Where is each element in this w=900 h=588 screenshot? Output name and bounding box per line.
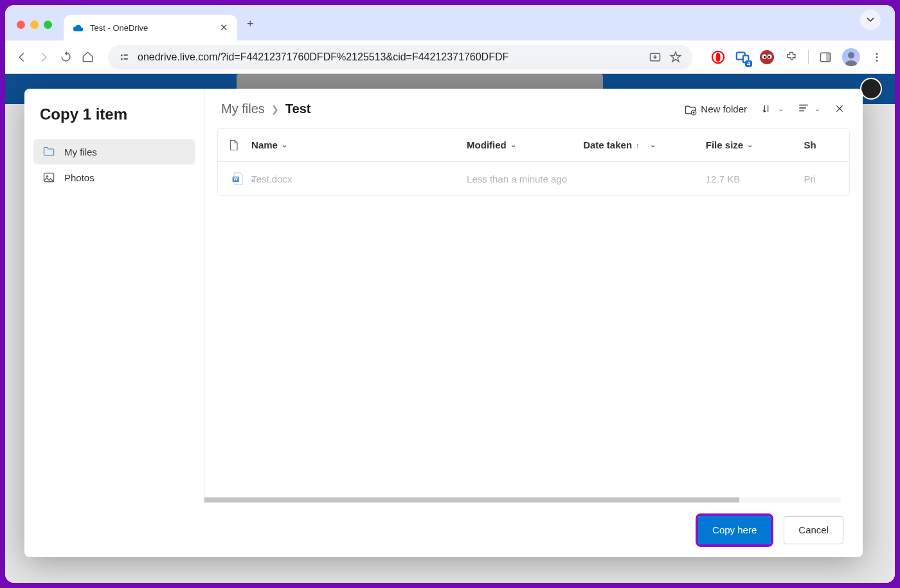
photos-icon [42, 171, 55, 184]
browser-extensions: 4 [706, 48, 885, 66]
extensions-menu-icon[interactable] [784, 49, 799, 65]
column-icon[interactable] [218, 139, 249, 152]
profile-avatar[interactable] [842, 48, 860, 66]
dialog-sidebar: Copy 1 item My files Photos [24, 89, 204, 503]
column-modified[interactable]: Modified⌄ [463, 139, 579, 150]
chevron-down-icon: ⌄ [510, 141, 516, 149]
dialog-title: Copy 1 item [33, 103, 195, 139]
svg-point-19 [876, 59, 878, 61]
svg-point-6 [716, 52, 720, 62]
sidebar-item-photos[interactable]: Photos [33, 165, 195, 190]
svg-text:W: W [234, 177, 239, 181]
copy-here-button[interactable]: Copy here [698, 516, 771, 544]
list-view-icon [798, 103, 809, 115]
extension-opera-icon[interactable] [710, 49, 726, 65]
browser-tab-strip: Test - OneDrive ✕ + [5, 5, 895, 40]
arrow-up-icon: ↑ [636, 141, 640, 149]
dialog-main: My files ❯ Test New folder ⌄ [204, 89, 863, 503]
svg-point-13 [768, 56, 770, 58]
new-folder-button[interactable]: New folder [684, 103, 747, 115]
new-folder-icon [684, 103, 696, 115]
sort-button[interactable]: ⌄ [761, 103, 784, 115]
install-icon[interactable] [649, 51, 662, 64]
svg-point-18 [876, 56, 878, 58]
sidepanel-icon[interactable] [818, 49, 833, 65]
new-folder-label: New folder [701, 103, 747, 114]
chevron-right-icon: ❯ [271, 104, 279, 114]
horizontal-scrollbar[interactable] [204, 497, 841, 503]
window-controls [5, 21, 64, 40]
extension-badge: 4 [745, 60, 752, 67]
word-doc-icon: W [231, 172, 244, 186]
browser-tab[interactable]: Test - OneDrive ✕ [64, 15, 237, 40]
cancel-button[interactable]: Cancel [784, 516, 843, 544]
svg-point-9 [760, 50, 774, 64]
loading-icon: ✦ [250, 177, 255, 184]
column-sharing[interactable]: Sh [800, 139, 849, 150]
column-date-taken[interactable]: Date taken↑ ⌄ [579, 139, 702, 150]
column-file-size[interactable]: File size⌄ [702, 139, 800, 150]
browser-toolbar: onedrive.live.com/?id=F44212371760DFDF%2… [5, 40, 895, 74]
svg-point-0 [121, 54, 123, 56]
column-name[interactable]: Name⌄ [249, 139, 463, 150]
site-info-icon[interactable] [118, 51, 130, 63]
close-icon [834, 103, 846, 115]
chevron-down-icon: ⌄ [815, 105, 820, 113]
dialog-footer: Copy here Cancel [24, 503, 863, 557]
tabs-dropdown-icon[interactable] [860, 10, 881, 30]
chevron-down-icon: ⌄ [650, 141, 656, 149]
table-header: Name⌄ Modified⌄ Date taken↑ ⌄ File size⌄… [218, 129, 849, 162]
file-table: Name⌄ Modified⌄ Date taken↑ ⌄ File size⌄… [217, 128, 850, 196]
view-button[interactable]: ⌄ [798, 103, 820, 115]
address-bar[interactable]: onedrive.live.com/?id=F44212371760DFDF%2… [108, 45, 692, 69]
minimize-window-icon[interactable] [30, 21, 39, 29]
onedrive-icon [73, 22, 84, 33]
home-button[interactable] [81, 51, 94, 64]
svg-point-12 [764, 56, 766, 58]
sidebar-item-myfiles[interactable]: My files [33, 139, 195, 165]
tab-title: Test - OneDrive [90, 23, 213, 33]
close-window-icon[interactable] [17, 21, 25, 29]
sidebar-item-label: My files [64, 147, 97, 157]
scroll-thumb[interactable] [204, 497, 739, 503]
svg-rect-15 [826, 53, 831, 61]
breadcrumb: My files ❯ Test [221, 102, 310, 116]
file-size: 12.7 KB [706, 174, 740, 184]
divider [808, 50, 809, 64]
extension-devices-icon[interactable]: 4 [735, 49, 750, 65]
maximize-window-icon[interactable] [44, 21, 52, 29]
browser-menu-icon[interactable] [869, 49, 885, 65]
svg-point-2 [121, 58, 123, 60]
bookmark-icon[interactable] [669, 51, 682, 64]
account-avatar[interactable] [860, 78, 882, 100]
file-name: Test.docx [251, 174, 292, 184]
back-button[interactable] [15, 51, 28, 64]
breadcrumb-current: Test [285, 102, 311, 116]
new-tab-button[interactable]: + [237, 17, 264, 40]
chevron-down-icon: ⌄ [747, 141, 753, 149]
chevron-down-icon: ⌄ [778, 105, 784, 113]
breadcrumb-root[interactable]: My files [221, 102, 265, 116]
folder-icon [42, 145, 55, 158]
url-text: onedrive.live.com/?id=F44212371760DFDF%2… [138, 51, 509, 63]
sort-icon [761, 103, 773, 115]
svg-point-17 [876, 53, 878, 55]
close-tab-icon[interactable]: ✕ [220, 22, 228, 33]
sidebar-item-label: Photos [64, 172, 94, 183]
svg-point-16 [848, 52, 854, 58]
table-row[interactable]: W ✦Test.docx Less than a minute ago 12.7… [218, 162, 849, 195]
svg-rect-3 [123, 58, 128, 59]
file-modified: Less than a minute ago [467, 174, 567, 184]
forward-button[interactable] [37, 51, 50, 64]
svg-point-21 [46, 175, 48, 177]
file-sharing: Pri [804, 174, 815, 184]
copy-dialog: Copy 1 item My files Photos My files ❯ T… [24, 89, 863, 557]
extension-eyes-icon[interactable] [759, 49, 775, 65]
svg-rect-1 [123, 54, 128, 55]
chevron-down-icon: ⌄ [282, 141, 287, 149]
reload-button[interactable] [59, 51, 72, 64]
close-dialog-button[interactable] [834, 103, 846, 115]
